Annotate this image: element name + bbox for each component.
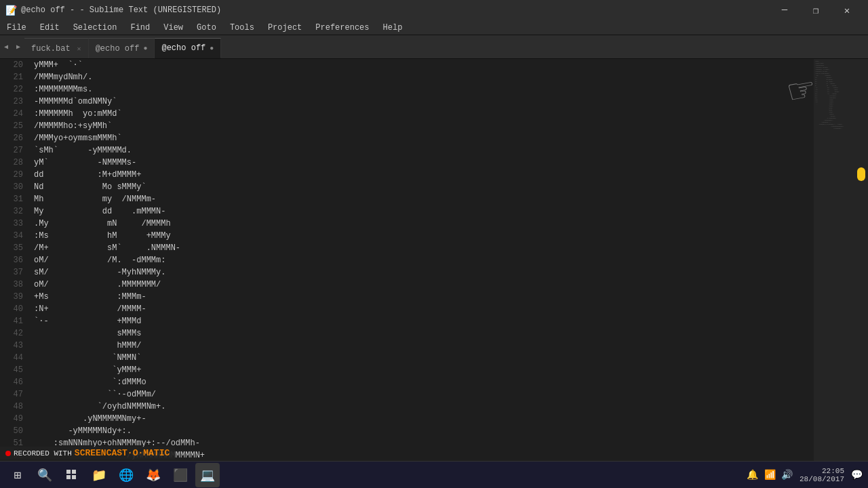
file-explorer-button[interactable]: 📁 [87,463,111,487]
menu-selection[interactable]: Selection [66,20,124,35]
search-button[interactable]: 🔍 [33,463,57,487]
menu-project[interactable]: Project [261,20,309,35]
tab-dirty-2: ● [210,45,214,52]
code-area[interactable]: yMMM+ `·` /MMMmydNmh/. :MMMMMMMMms. -MMM… [27,59,814,471]
app-icon: 📝 [5,5,17,16]
menu-help[interactable]: Help [376,20,410,35]
watermark-brand: SCREENCAST·O·MATIC [75,448,170,458]
tab-label: @echo off [96,44,140,54]
menu-goto[interactable]: Goto [190,20,223,35]
menubar: File Edit Selection Find View Goto Tools… [0,20,868,35]
task-view-button[interactable] [60,463,84,487]
menu-view[interactable]: View [157,20,190,35]
minimap[interactable]: yMMM+ `·` /MMMmydNmh/. :MMMMMMMMms. -MMM… [814,59,868,471]
titlebar-controls: ─ ❐ ✕ [769,0,863,20]
editor: 20 21 22 23 24 25 26 27 28 29 30 31 32 3… [0,59,868,471]
titlebar-left: 📝 @echo off - - Sublime Text (UNREGISTER… [5,5,221,16]
tab-label: @echo off [161,43,205,53]
svg-rect-1 [72,470,76,474]
titlebar-title: @echo off - - Sublime Text (UNREGISTERED… [21,5,221,15]
line-numbers: 20 21 22 23 24 25 26 27 28 29 30 31 32 3… [0,59,27,471]
svg-rect-3 [72,475,76,479]
taskbar: ⊞ 🔍 📁 🌐 🦊 ⬛ 💻 🔔 📶 🔊 22:05 28/08/2017 💬 [0,461,868,488]
titlebar: 📝 @echo off - - Sublime Text (UNREGISTER… [0,0,868,20]
browser-button[interactable]: 🌐 [114,463,138,487]
firefox-button[interactable]: 🦊 [141,463,165,487]
svg-rect-2 [66,475,71,479]
start-button[interactable]: ⊞ [5,463,30,487]
menu-file[interactable]: File [0,20,33,35]
menu-preferences[interactable]: Preferences [309,20,376,35]
tab-close-fuck-bat[interactable]: ✕ [77,45,81,53]
tab-fuck-bat[interactable]: fuck.bat ✕ [24,38,89,58]
tab-nav-right[interactable]: ▶ [12,35,24,58]
tabbar: ◀ ▶ fuck.bat ✕ @echo off ● @echo off ● [0,35,868,59]
terminal-button[interactable]: ⬛ [168,463,193,487]
taskbar-tray: 🔔 📶 🔊 22:05 28/08/2017 💬 [747,467,863,483]
watermark: RECORDED WITH SCREENCAST·O·MATIC [0,447,175,460]
minimap-content: yMMM+ `·` /MMMmydNmh/. :MMMMMMMMms. -MMM… [814,59,868,133]
tab-echo-off-1[interactable]: @echo off ● [89,38,155,58]
close-button[interactable]: ✕ [831,0,863,20]
tab-echo-off-2[interactable]: @echo off ● [155,38,221,58]
menu-edit[interactable]: Edit [33,20,66,35]
record-dot-icon [5,451,11,456]
minimize-button[interactable]: ─ [769,0,800,20]
watermark-text: RECORDED WITH [14,449,72,458]
tray-time: 22:05 28/08/2017 [800,467,844,483]
menu-tools[interactable]: Tools [223,20,261,35]
tab-dirty-1: ● [143,45,147,52]
scroll-indicator[interactable] [857,167,865,181]
menu-find[interactable]: Find [123,20,157,35]
tab-label: fuck.bat [31,44,71,54]
tab-nav-left[interactable]: ◀ [0,35,12,58]
sublime-button[interactable]: 💻 [195,463,220,487]
svg-rect-0 [66,470,71,474]
notification-button[interactable]: 💬 [851,469,863,481]
tray-icons: 🔔 📶 🔊 [747,469,793,481]
maximize-button[interactable]: ❐ [800,0,831,20]
